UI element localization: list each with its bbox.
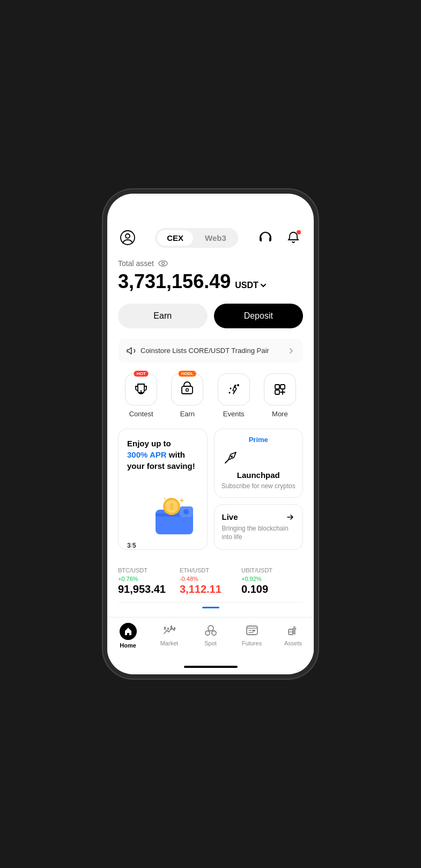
total-asset-label: Total asset	[118, 259, 303, 268]
phone-shell: CEX Web3 Total asset	[107, 194, 314, 674]
wallet-illustration: ₿	[150, 495, 198, 538]
svg-rect-9	[275, 385, 279, 389]
action-buttons: Earn Deposit	[118, 304, 303, 328]
cards-grid: Enjoy up to 300% APR with your forst sav…	[118, 429, 303, 550]
svg-point-3	[161, 262, 164, 264]
svg-point-25	[205, 631, 210, 635]
ticker-divider	[202, 607, 219, 608]
deposit-button[interactable]: Deposit	[214, 304, 304, 328]
launchpad-icon	[221, 448, 240, 467]
eth-ticker[interactable]: ETH/USDT -0.48% 3,112.11	[180, 567, 241, 595]
earn-icon-item[interactable]: HODL Earn	[171, 373, 203, 418]
bottom-nav: Home Market Spot	[107, 617, 314, 659]
megaphone-icon	[125, 345, 136, 356]
svg-rect-21	[167, 628, 169, 630]
launchpad-card[interactable]: Prime Launchpad Subscribe for new crypto…	[214, 429, 304, 498]
svg-point-19	[231, 455, 233, 458]
svg-rect-10	[280, 385, 285, 389]
futures-icon	[245, 623, 260, 638]
announcement-banner[interactable]: Coinstore Lists CORE/USDT Trading Pair	[118, 339, 303, 363]
eth-change: -0.48%	[180, 576, 241, 582]
ubit-price: 0.109	[241, 583, 303, 595]
chevron-right-icon	[287, 347, 296, 355]
live-arrow-icon	[285, 512, 295, 522]
earn-label: Earn	[180, 410, 195, 418]
web3-tab[interactable]: Web3	[195, 230, 236, 246]
market-label: Market	[160, 640, 179, 646]
ubit-change: +0.92%	[241, 576, 303, 582]
svg-rect-20	[164, 627, 166, 630]
events-icon	[225, 381, 242, 398]
svg-rect-22	[171, 626, 172, 630]
market-icon	[162, 623, 177, 638]
profile-button[interactable]	[118, 228, 137, 247]
svg-point-2	[159, 261, 167, 266]
home-icon	[120, 623, 137, 640]
ubit-ticker[interactable]: UBIT/USDT +0.92% 0.109	[241, 567, 303, 595]
btc-change: +0.76%	[118, 576, 180, 582]
events-label: Events	[223, 410, 245, 418]
notification-dot	[297, 230, 301, 234]
svg-rect-4	[182, 386, 193, 394]
contest-icon-item[interactable]: HOT Contest	[125, 373, 157, 418]
earn-badge: HODL	[179, 371, 196, 377]
svg-rect-28	[252, 630, 255, 631]
notification-button[interactable]	[284, 228, 303, 247]
nav-spot[interactable]: Spot	[195, 623, 227, 649]
portfolio-value: 3,731,156.49	[118, 270, 231, 293]
ticker-row: BTC/USDT +0.76% 91,953.41 ETH/USDT -0.48…	[118, 561, 303, 602]
more-icon-item[interactable]: More	[264, 373, 296, 418]
live-subtitle: Bringing the blockchain into life	[222, 524, 296, 542]
svg-point-7	[230, 387, 231, 389]
assets-label: Assets	[284, 640, 302, 646]
apr-text: 300% APR	[127, 450, 167, 459]
more-icon	[271, 381, 289, 398]
svg-point-1	[125, 234, 130, 238]
earn-icon	[179, 381, 196, 398]
more-label: More	[272, 410, 288, 418]
quick-icons: HOT Contest HODL	[118, 373, 303, 418]
assets-icon	[286, 623, 301, 638]
main-content: Total asset 3,731,156.49 USDT Earn Depos…	[107, 254, 314, 617]
launchpad-title: Launchpad	[221, 470, 297, 480]
eth-pair: ETH/USDT	[180, 567, 241, 573]
launchpad-subtitle: Subscribe for new cryptos	[221, 482, 297, 491]
earn-button[interactable]: Earn	[118, 304, 208, 328]
nav-home[interactable]: Home	[112, 623, 144, 649]
ubit-pair: UBIT/USDT	[241, 567, 303, 573]
events-icon-item[interactable]: Events	[218, 373, 250, 418]
svg-point-15	[183, 509, 189, 514]
cex-tab[interactable]: CEX	[157, 230, 193, 246]
eth-price: 3,112.11	[180, 583, 241, 595]
svg-rect-11	[275, 390, 279, 394]
total-amount: 3,731,156.49 USDT	[118, 270, 303, 293]
status-bar	[107, 200, 314, 224]
btc-ticker[interactable]: BTC/USDT +0.76% 91,953.41	[118, 567, 180, 595]
nav-market[interactable]: Market	[153, 623, 186, 649]
portfolio-currency: USDT	[235, 281, 267, 290]
card-pagination: 3/5	[127, 542, 198, 549]
svg-point-26	[212, 631, 216, 635]
nav-futures[interactable]: Futures	[236, 623, 268, 649]
exchange-toggle[interactable]: CEX Web3	[155, 228, 238, 248]
live-card[interactable]: Live Bringing the blockchain into life	[214, 504, 304, 550]
nav-icons	[256, 228, 303, 247]
spot-icon	[203, 623, 218, 638]
btc-price: 91,953.41	[118, 583, 180, 595]
eye-icon[interactable]	[158, 259, 168, 268]
svg-text:₿: ₿	[169, 502, 173, 511]
nav-assets[interactable]: Assets	[277, 623, 309, 649]
home-indicator	[107, 659, 314, 674]
svg-point-5	[186, 388, 189, 391]
support-button[interactable]	[256, 228, 275, 247]
contest-label: Contest	[129, 410, 153, 418]
svg-point-8	[228, 392, 230, 393]
btc-pair: BTC/USDT	[118, 567, 180, 573]
saving-card[interactable]: Enjoy up to 300% APR with your forst sav…	[118, 429, 208, 550]
live-title: Live	[222, 512, 238, 521]
currency-dropdown-icon[interactable]	[260, 282, 267, 289]
top-nav: CEX Web3	[107, 224, 314, 254]
svg-point-6	[237, 384, 239, 386]
svg-rect-23	[174, 627, 175, 630]
futures-label: Futures	[242, 640, 262, 646]
